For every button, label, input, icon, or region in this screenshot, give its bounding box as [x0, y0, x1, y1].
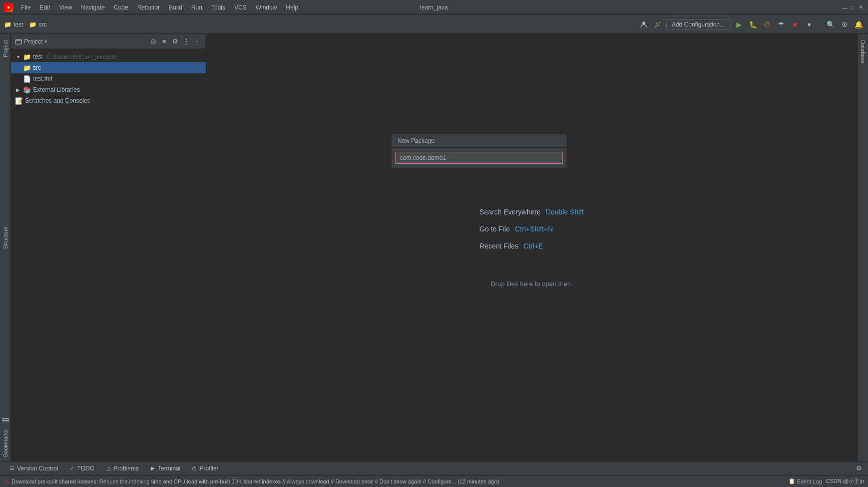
menu-navigate[interactable]: Navigate — [77, 3, 109, 12]
svg-point-2 — [8, 7, 10, 8]
menu-build[interactable]: Build — [165, 3, 186, 12]
menu-vcs[interactable]: VCS — [230, 3, 251, 12]
wrench-icon[interactable] — [652, 19, 663, 30]
version-control-icon: ☰ — [9, 465, 15, 471]
folder-icon: 📁 — [4, 21, 12, 28]
add-configuration-button[interactable]: Add Configuration... — [666, 19, 730, 30]
close-button[interactable]: ✕ — [857, 4, 864, 11]
sidebar-collapse-icon[interactable]: ≡ — [160, 37, 169, 46]
project-panel-tab[interactable]: Project — [1, 36, 10, 61]
window-title: learn_java — [420, 4, 448, 11]
sidebar-project-label: Project — [24, 38, 43, 45]
menu-file[interactable]: File — [17, 3, 35, 12]
sidebar-dropdown-arrow[interactable]: ▾ — [45, 39, 47, 44]
menu-edit[interactable]: Edit — [36, 3, 54, 12]
minimize-button[interactable]: — — [841, 4, 848, 11]
todo-tab[interactable]: ✓ TODO — [64, 463, 99, 474]
terminal-label: Terminal — [158, 465, 180, 472]
src-icon: 📁 — [29, 21, 37, 28]
sidebar-close-icon[interactable]: – — [193, 37, 202, 46]
menu-window[interactable]: Window — [252, 3, 281, 12]
recent-files-label: Recent Files — [480, 242, 519, 250]
event-log-label: Event Log — [797, 478, 822, 484]
main-layout: Project Structure Bookmarks Project ▾ ◎ … — [0, 34, 868, 461]
separator — [819, 20, 820, 30]
terminal-tab[interactable]: ▶ Terminal — [145, 463, 185, 474]
status-right: 📋 Event Log CSDN @小王ip — [788, 477, 864, 485]
status-warning-icon: ⚠ — [4, 478, 10, 485]
recent-files-hint: Recent Files Ctrl+E — [480, 242, 543, 250]
app-logo — [4, 3, 13, 12]
problems-label: Problems — [114, 465, 139, 472]
breadcrumb-project: test — [14, 21, 23, 28]
status-message: Download pre-built shared indexes: Reduc… — [12, 478, 786, 484]
search-everywhere-shortcut: Double Shift — [546, 208, 584, 216]
debug-button[interactable]: 🐛 — [747, 19, 758, 30]
sidebar-filter-icon[interactable]: ⚙ — [171, 37, 180, 46]
event-log[interactable]: 📋 Event Log — [788, 478, 822, 484]
left-panel-strip: Project Structure Bookmarks — [0, 34, 11, 461]
new-package-input[interactable] — [395, 152, 563, 164]
csdn-label: CSDN @小王ip — [826, 477, 864, 485]
sidebar-gear-icon[interactable]: ⋮ — [182, 37, 191, 46]
profile-icon[interactable] — [638, 19, 649, 30]
sidebar-item-test-iml[interactable]: 📄 test.iml — [11, 73, 206, 84]
status-bar: ⚠ Download pre-built shared indexes: Red… — [0, 475, 868, 487]
sidebar-locate-icon[interactable]: ◎ — [149, 37, 158, 46]
notifications-icon[interactable]: 🔔 — [853, 19, 864, 30]
welcome-content: Search Everywhere Double Shift Go to Fil… — [480, 208, 584, 250]
search-everywhere-icon[interactable]: 🔍 — [825, 19, 836, 30]
sidebar: Project ▾ ◎ ≡ ⚙ ⋮ – ▾ 📁 test E:\Java\cod… — [11, 34, 206, 461]
toolbar-right: Add Configuration... ▶ 🐛 ⏱ ☂ ■ ▾ 🔍 ⚙ 🔔 — [638, 19, 864, 30]
sidebar-item-test[interactable]: ▾ 📁 test E:\Java\code\learn_java\test — [11, 51, 206, 62]
bookmarks-panel-tab[interactable]: Bookmarks — [1, 425, 10, 461]
menu-code[interactable]: Code — [110, 3, 132, 12]
profiler-tab[interactable]: ⏱ Profiler — [187, 463, 224, 474]
stop-button[interactable]: ■ — [789, 19, 800, 30]
right-panel-strip: Database — [857, 34, 868, 461]
sidebar-content: ▾ 📁 test E:\Java\code\learn_java\test 📁 … — [11, 49, 206, 461]
test-iml-label: test.iml — [33, 75, 52, 82]
coverage-button[interactable]: ☂ — [775, 19, 786, 30]
bottom-settings-button[interactable]: ⚙ — [854, 463, 864, 473]
settings-icon[interactable]: ⚙ — [839, 19, 850, 30]
test-label: test — [33, 53, 43, 60]
breadcrumb: 📁 test › 📁 src — [4, 21, 636, 28]
scratches-icon: 📝 — [15, 97, 23, 105]
sidebar-item-external-libraries[interactable]: ▶ 📚 External Libraries — [11, 84, 206, 95]
profiler-icon: ⏱ — [192, 465, 198, 471]
breadcrumb-separator: › — [25, 21, 27, 28]
menu-refactor[interactable]: Refactor — [133, 3, 164, 12]
sidebar-header: Project ▾ ◎ ≡ ⚙ ⋮ – — [11, 34, 206, 49]
recent-files-shortcut: Ctrl+E — [524, 242, 543, 250]
maximize-button[interactable]: □ — [849, 4, 856, 11]
menu-run[interactable]: Run — [187, 3, 206, 12]
drop-files-hint: Drop files here to open them — [491, 280, 573, 288]
goto-file-label: Go to File — [480, 225, 510, 233]
profiler-label: Profiler — [200, 465, 219, 472]
menu-tools[interactable]: Tools — [207, 3, 229, 12]
problems-tab[interactable]: △ Problems — [101, 463, 144, 474]
menu-help[interactable]: Help — [282, 3, 302, 12]
problems-icon: △ — [106, 465, 112, 471]
src-label: src — [33, 64, 41, 71]
more-run-button[interactable]: ▾ — [803, 19, 814, 30]
svg-point-3 — [642, 22, 645, 25]
sidebar-item-src[interactable]: 📁 src — [11, 62, 206, 73]
menu-view[interactable]: View — [55, 3, 76, 12]
goto-file-hint: Go to File Ctrl+Shift+N — [480, 225, 553, 233]
sidebar-item-scratches[interactable]: 📝 Scratches and Consoles — [11, 95, 206, 106]
version-control-tab[interactable]: ☰ Version Control — [4, 463, 63, 474]
run-button[interactable]: ▶ — [733, 19, 744, 30]
title-bar: File Edit View Navigate Code Refactor Bu… — [0, 0, 868, 15]
todo-icon: ✓ — [69, 465, 75, 471]
profile-run-button[interactable]: ⏱ — [761, 19, 772, 30]
structure-panel-tab[interactable]: Structure — [1, 222, 10, 253]
test-path: E:\Java\code\learn_java\test — [47, 54, 116, 60]
new-package-body — [391, 148, 567, 168]
event-log-icon: 📋 — [788, 478, 795, 484]
database-panel-tab[interactable]: Database — [858, 36, 867, 68]
src-folder-icon: 📁 — [23, 64, 31, 72]
todo-label: TODO — [77, 465, 94, 472]
sidebar-actions: ◎ ≡ ⚙ ⋮ – — [149, 37, 202, 46]
